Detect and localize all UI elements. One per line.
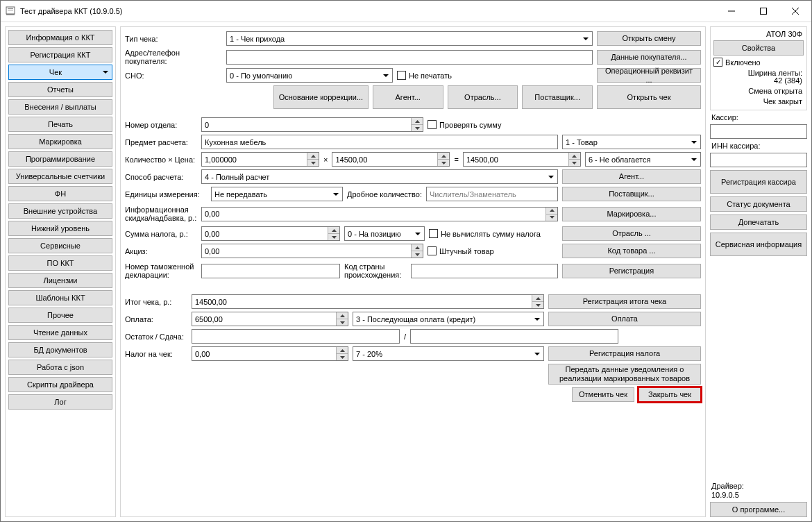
maximize-button[interactable] <box>747 1 779 22</box>
sidebar-item-info[interactable]: Информация о ККТ <box>8 30 112 45</box>
sidebar-item-reports[interactable]: Отчеты <box>8 82 112 97</box>
about-button[interactable]: О программе... <box>710 502 807 517</box>
select-check-tax-rate[interactable]: 7 - 20% <box>353 346 544 361</box>
send-notif-button[interactable]: Передать данные уведомления о реализации… <box>548 364 701 385</box>
label-origin-code: Код страны происхождения: <box>344 262 407 279</box>
spin-dept-no[interactable]: 0 <box>201 117 423 132</box>
sidebar-item-fn[interactable]: ФН <box>8 186 112 201</box>
label-discount: Информационная скидка/надбавка, р.: <box>125 205 197 222</box>
checkbox-verify-sum[interactable]: Проверять сумму <box>428 120 501 129</box>
supplier-top-button[interactable]: Поставщик... <box>522 85 593 109</box>
sidebar-item-ext-devices[interactable]: Внешние устройства <box>8 203 112 219</box>
input-cashier-inn[interactable] <box>710 153 807 167</box>
select-subject-type-value: 1 - Товар <box>566 138 598 146</box>
sidebar-item-programming[interactable]: Программирование <box>8 151 112 167</box>
doc-status-button[interactable]: Статус документа <box>710 196 807 212</box>
spin-tax-sum[interactable]: 0,00 <box>201 226 340 241</box>
checkbox-no-print-label: Не печатать <box>409 71 452 80</box>
sidebar-item-read-data[interactable]: Чтение данных <box>8 325 112 340</box>
sidebar-item-cashio[interactable]: Внесения / выплаты <box>8 99 112 115</box>
label-check-type: Тип чека: <box>125 35 222 43</box>
checkbox-no-print[interactable]: Не печатать <box>397 71 452 80</box>
reg-tax-button[interactable]: Регистрация налога <box>548 346 701 361</box>
sidebar-item-print[interactable]: Печать <box>8 117 112 132</box>
close-button[interactable] <box>779 1 811 22</box>
sidebar-item-registration[interactable]: Регистрация ККТ <box>8 47 112 62</box>
spin-price[interactable]: 14500,00 <box>332 152 450 167</box>
cashier-reg-button[interactable]: Регистрация кассира <box>710 170 807 194</box>
sidebar-item-marking[interactable]: Маркировка <box>8 134 112 149</box>
industry-button[interactable]: Отрасль ... <box>562 226 701 241</box>
select-tax-type[interactable]: 6 - Не облагается <box>585 152 701 167</box>
label-pay-method: Способ расчета: <box>125 173 197 181</box>
input-customs-no[interactable] <box>201 264 340 278</box>
spin-check-tax[interactable]: 0,00 <box>192 346 348 361</box>
checkbox-enabled[interactable]: Включено <box>713 58 804 67</box>
input-remainder-right[interactable] <box>410 329 618 344</box>
select-subject-type[interactable]: 1 - Товар <box>562 135 701 149</box>
marking-button[interactable]: Маркировка... <box>562 207 701 221</box>
sidebar-item-log[interactable]: Лог <box>8 394 112 410</box>
spin-payment[interactable]: 6500,00 <box>192 312 348 326</box>
select-units[interactable]: Не передавать <box>211 187 343 201</box>
supplier-button[interactable]: Поставщик... <box>562 187 701 201</box>
slash: / <box>404 332 406 341</box>
pay-button[interactable]: Оплата <box>548 312 701 326</box>
select-tax-pos[interactable]: 0 - На позицию <box>344 226 425 241</box>
sidebar-item-doc-db[interactable]: БД документов <box>8 342 112 357</box>
select-sno[interactable]: 0 - По умолчанию <box>226 68 393 83</box>
close-check-button[interactable]: Закрыть чек <box>638 387 701 402</box>
label-dept-no: Номер отдела: <box>125 121 197 129</box>
good-code-button[interactable]: Код товара ... <box>562 244 701 258</box>
registration-button[interactable]: Регистрация <box>562 264 701 278</box>
sidebar-item-licenses[interactable]: Лицензии <box>8 273 112 288</box>
select-check-type[interactable]: 1 - Чек прихода <box>226 31 593 46</box>
spin-excise[interactable]: 0,00 <box>201 244 423 258</box>
correction-base-button[interactable]: Основание коррекции... <box>273 85 369 109</box>
label-buyer-addr: Адрес/телефон покупателя: <box>125 49 222 65</box>
spin-total[interactable]: 14500,00 <box>463 152 581 167</box>
sidebar-item-json[interactable]: Работа с json <box>8 360 112 375</box>
input-frac-qty[interactable]: Числитель/Знаменатель <box>426 187 558 201</box>
open-shift-button[interactable]: Открыть смену <box>597 31 701 46</box>
sidebar-item-service[interactable]: Сервисные <box>8 238 112 253</box>
sidebar-item-low-level[interactable]: Нижний уровень <box>8 221 112 236</box>
select-payment-type[interactable]: 3 - Последующая оплата (кредит) <box>353 312 544 326</box>
checkbox-enabled-label: Включено <box>725 58 761 67</box>
spin-discount[interactable]: 0,00 <box>201 207 558 221</box>
buyer-data-button[interactable]: Данные покупателя... <box>597 50 701 65</box>
open-check-button[interactable]: Открыть чек <box>597 85 701 109</box>
sidebar-item-other[interactable]: Прочее <box>8 308 112 323</box>
input-origin-code[interactable] <box>411 264 558 278</box>
spin-check-total[interactable]: 14500,00 <box>192 294 544 309</box>
spin-dept-no-value: 0 <box>205 121 209 129</box>
spin-excise-value: 0,00 <box>205 247 219 255</box>
checkbox-piece-good[interactable]: Штучный товар <box>428 246 494 255</box>
tape-width-value: 42 (384) <box>713 76 804 85</box>
label-excise: Акциз: <box>125 247 197 255</box>
spin-qty[interactable]: 1,000000 <box>201 152 319 167</box>
props-button[interactable]: Свойства <box>713 40 804 56</box>
sidebar-item-templates[interactable]: Шаблоны ККТ <box>8 290 112 305</box>
label-tax-sum: Сумма налога, р.: <box>125 230 197 238</box>
cancel-check-button[interactable]: Отменить чек <box>572 387 634 402</box>
input-remainder-left[interactable] <box>192 329 400 344</box>
reprint-button[interactable]: Допечатать <box>710 214 807 230</box>
checkbox-no-calc-tax[interactable]: Не вычислять сумму налога <box>429 229 541 238</box>
agent-top-button[interactable]: Агент... <box>373 85 443 109</box>
reg-total-button[interactable]: Регистрация итога чека <box>548 294 701 309</box>
op-requisite-button[interactable]: Операционный реквизит ... <box>597 68 701 83</box>
input-buyer-addr[interactable] <box>226 50 593 65</box>
select-tax-type-value: 6 - Не облагается <box>589 155 650 164</box>
sidebar-item-counters[interactable]: Универсальные счетчики <box>8 169 112 184</box>
sidebar-item-scripts[interactable]: Скрипты драйвера <box>8 377 112 392</box>
service-info-button[interactable]: Сервисная информация <box>710 233 807 256</box>
agent-button[interactable]: Агент... <box>562 169 701 184</box>
input-subject[interactable]: Кухонная мебель <box>201 135 558 149</box>
input-cashier[interactable] <box>710 124 807 139</box>
sidebar-item-check[interactable]: Чек <box>8 65 112 80</box>
select-pay-method[interactable]: 4 - Полный расчет <box>201 169 558 184</box>
sidebar-item-firmware[interactable]: ПО ККТ <box>8 255 112 271</box>
industry-top-button[interactable]: Отрасль... <box>448 85 518 109</box>
minimize-button[interactable] <box>716 1 747 22</box>
